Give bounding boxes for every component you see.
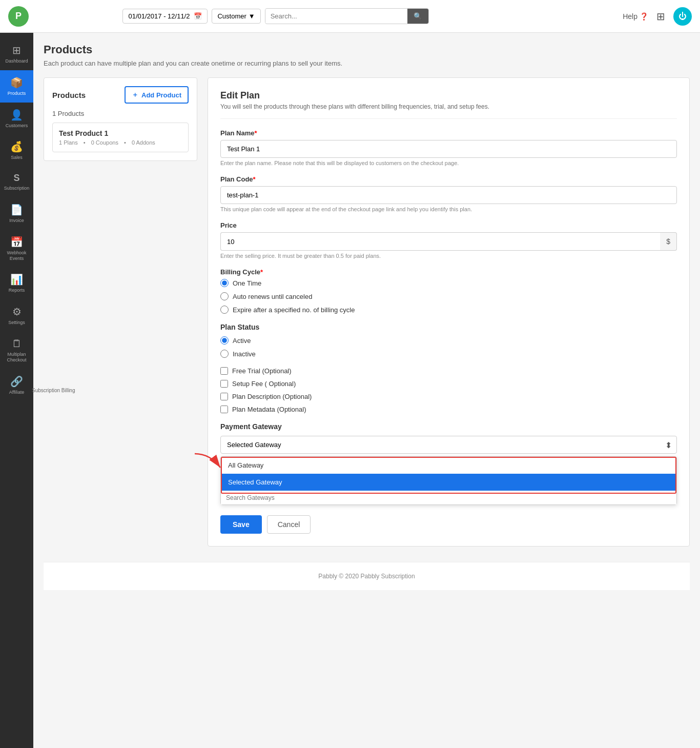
date-range-picker[interactable]: 01/01/2017 - 12/11/2 📅 [122, 9, 208, 24]
setup-fee-check[interactable]: Setup Fee ( Optional) [220, 380, 677, 388]
billing-one-time-label: One Time [233, 279, 261, 287]
logo: P Pabbly Subscription Billing [8, 0, 112, 393]
grid-icon[interactable]: ⊞ [656, 10, 665, 23]
billing-auto-renew-radio[interactable] [220, 292, 229, 300]
setup-fee-checkbox[interactable] [220, 380, 228, 388]
gateway-option-all-gateway[interactable]: All Gateway [221, 457, 676, 474]
calendar-icon: 📅 [194, 12, 202, 20]
status-inactive-radio[interactable] [220, 350, 229, 358]
plan-meta-label: Plan Metadata (Optional) [232, 406, 306, 413]
free-trial-label: Free Trial (Optional) [232, 367, 292, 375]
gateway-option-selected-gateway[interactable]: Selected Gateway [221, 474, 676, 491]
price-row: $ [220, 232, 677, 251]
billing-expire-after-radio[interactable] [220, 306, 229, 314]
billing-auto-renew-label: Auto renews until canceled [233, 293, 312, 300]
cancel-button[interactable]: Cancel [267, 515, 311, 534]
billing-cycle-group: Billing Cycle* One Time Auto renews unti… [220, 268, 677, 314]
status-active[interactable]: Active [220, 336, 677, 345]
help-icon: ❓ [640, 12, 648, 21]
price-hint: Enter the selling price. It must be grea… [220, 253, 677, 259]
billing-cycle-label: Billing Cycle* [220, 268, 677, 276]
footer: Pabbly © 2020 Pabbly Subscription [44, 562, 690, 590]
plan-status-group: Plan Status Active Inactive [220, 323, 677, 358]
plan-desc-checkbox[interactable] [220, 393, 228, 400]
logo-icon: P [8, 6, 29, 27]
logo-sub: Subscription Billing [32, 388, 112, 393]
optional-options: Free Trial (Optional) Setup Fee ( Option… [220, 367, 677, 413]
top-navigation: P Pabbly Subscription Billing 01/01/2017… [0, 0, 700, 33]
edit-plan-title: Edit Plan [220, 90, 677, 101]
free-trial-check[interactable]: Free Trial (Optional) [220, 367, 677, 375]
free-trial-checkbox[interactable] [220, 367, 228, 375]
plan-name-input[interactable] [220, 140, 677, 158]
gateway-wrapper: Selected Gateway All Gateway ⬍ All Gatew… [220, 436, 677, 454]
dropdown-arrow-icon: ▼ [249, 12, 255, 20]
price-input[interactable] [220, 232, 660, 251]
page-title: Products [44, 43, 690, 56]
save-button[interactable]: Save [220, 515, 262, 534]
status-inactive-label: Inactive [233, 350, 256, 358]
edit-plan-subtitle: You will sell the products through these… [220, 103, 677, 119]
logo-text: Pabbly Subscription Billing [32, 0, 112, 393]
form-actions: Save Cancel [220, 515, 677, 534]
red-arrow [190, 451, 225, 474]
filter-dropdown[interactable]: Customer ▼ [212, 9, 260, 24]
add-product-button[interactable]: ＋ Add Product [125, 86, 189, 104]
plus-icon: ＋ [132, 90, 138, 99]
gateway-search-input[interactable] [221, 491, 676, 504]
main-content: Products Each product can have multiple … [33, 33, 700, 748]
plan-name-label: Plan Name* [220, 129, 677, 137]
date-range-value: 01/01/2017 - 12/11/2 [128, 12, 190, 20]
gateway-select-wrapper: Selected Gateway All Gateway ⬍ [220, 436, 677, 454]
payment-gateway-label: Payment Gateway [220, 422, 677, 431]
billing-one-time-radio[interactable] [220, 279, 229, 287]
logo-main: Pabbly [65, 0, 112, 388]
gateway-select[interactable]: Selected Gateway All Gateway [220, 436, 677, 454]
add-product-label: Add Product [141, 91, 181, 99]
plan-code-label: Plan Code* [220, 175, 677, 183]
search-input[interactable] [265, 9, 407, 23]
plan-meta-checkbox[interactable] [220, 406, 228, 413]
page-subtitle: Each product can have multiple plan and … [44, 59, 690, 67]
help-button[interactable]: Help ❓ [623, 12, 648, 21]
gateway-dropdown: All Gateway Selected Gateway [220, 456, 677, 505]
plan-desc-check[interactable]: Plan Description (Optional) [220, 393, 677, 400]
help-label: Help [623, 12, 637, 21]
price-suffix: $ [660, 232, 677, 251]
footer-text: Pabbly © 2020 Pabbly Subscription [318, 573, 415, 580]
billing-one-time[interactable]: One Time [220, 279, 677, 287]
plan-status-options: Active Inactive [220, 336, 677, 358]
plan-meta-check[interactable]: Plan Metadata (Optional) [220, 406, 677, 413]
status-active-radio[interactable] [220, 336, 229, 345]
power-button[interactable]: ⏻ [673, 7, 692, 26]
setup-fee-label: Setup Fee ( Optional) [232, 380, 296, 388]
plan-code-input[interactable] [220, 186, 677, 204]
billing-expire-after[interactable]: Expire after a specified no. of billing … [220, 306, 677, 314]
plan-desc-label: Plan Description (Optional) [232, 393, 312, 400]
search-button[interactable]: 🔍 [407, 9, 428, 24]
filter-label: Customer [217, 12, 246, 20]
plan-name-group: Plan Name* Enter the plan name. Please n… [220, 129, 677, 166]
plan-name-hint: Enter the plan name. Please note that th… [220, 160, 677, 166]
status-active-label: Active [233, 337, 251, 345]
plan-status-label: Plan Status [220, 323, 677, 331]
payment-gateway-group: Payment Gateway [220, 422, 677, 454]
billing-cycle-options: One Time Auto renews until canceled Expi… [220, 279, 677, 314]
edit-plan-panel: Edit Plan You will sell the products thr… [208, 77, 690, 547]
search-box: 🔍 [265, 8, 429, 24]
price-label: Price [220, 221, 677, 229]
content-row: Products ＋ Add Product 1 Products Test P… [44, 77, 690, 547]
billing-auto-renew[interactable]: Auto renews until canceled [220, 292, 677, 300]
price-group: Price $ Enter the selling price. It must… [220, 221, 677, 259]
dot-separator-2: • [124, 139, 128, 146]
plan-code-group: Plan Code* This unique plan code will ap… [220, 175, 677, 212]
product-addons: 0 Addons [132, 139, 155, 146]
plan-code-hint: This unique plan code will appear at the… [220, 206, 677, 212]
status-inactive[interactable]: Inactive [220, 350, 677, 358]
billing-expire-after-label: Expire after a specified no. of billing … [233, 306, 355, 314]
nav-right: Help ❓ ⊞ ⏻ [623, 7, 692, 26]
